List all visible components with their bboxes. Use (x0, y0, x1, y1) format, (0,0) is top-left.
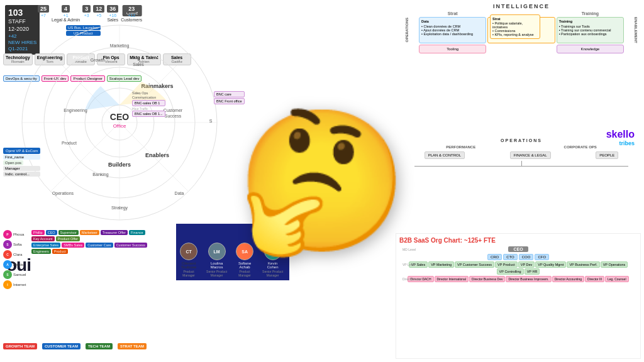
knowledge-cell: Knowledge (557, 45, 624, 53)
ops-title: OPERATIONS (402, 138, 641, 143)
org-chart-svg: CEO Office Rainmakers Builders Enablers … (3, 19, 236, 226)
tech-team-label: TECH TEAM (86, 343, 113, 349)
corporate-ops-label: CORPORATE OPS (564, 145, 597, 149)
vp-biz-node: VP Business Perf. (567, 261, 599, 268)
dir-improv-node: Director Business Improvem. (506, 276, 551, 282)
opmt-vp-box: Opmt VP & ExCom First_name Open pos Mana… (3, 148, 40, 177)
pm-avatar-kevin: KC (264, 243, 282, 260)
vp-marketing-node: VP Marketing (428, 261, 454, 268)
bnc-right-rows: BNC care BNC Front office (214, 91, 245, 105)
pm-clement: CT ClémentToulouse Product Manager (179, 243, 198, 277)
pm-loulina: LM LoulinaMacros Senior Product Manager (203, 243, 230, 277)
avatar-row-3: C Clara (3, 250, 26, 259)
svg-text:Operations: Operations (52, 191, 74, 196)
connector-v-1 (521, 161, 522, 166)
avatar-samuel: S (3, 270, 12, 279)
ceo-circle-chart: CEO Office Rainmakers Builders Enablers … (3, 19, 236, 226)
vp-level-label: VP Level (402, 263, 415, 266)
svg-text:Growth: Growth (91, 58, 105, 62)
pm-section: CT ClémentToulouse Product Manager LM Lo… (176, 224, 289, 362)
cto-node: CTO (503, 254, 518, 260)
dir-accounting-node: Director Accounting (552, 276, 584, 282)
pm-dark-bg: CT ClémentToulouse Product Manager LM Lo… (176, 224, 289, 280)
vp-customer-node: VP Customer Success (455, 261, 494, 268)
svg-text:Banking: Banking (92, 172, 108, 177)
vp-ops-node: VP Operations (601, 261, 628, 268)
avatar-label-phoua: Phoua (13, 233, 24, 236)
svg-text:Strategy: Strategy (111, 206, 128, 211)
role-nodes: Phillip CEO Supervisor Marketeer Treasur… (31, 230, 157, 254)
director-level-label: Director Level (402, 277, 422, 281)
b2b-title: B2B SaaS Org Chart: ~125+ FTE (399, 237, 637, 244)
avatar-label-sofia: Sofia (13, 243, 22, 246)
staff-count: 103 (8, 7, 36, 18)
hnode-3: 3 +3 (82, 5, 91, 18)
avatar-sofia: S (3, 240, 12, 249)
svg-text:Success: Success (165, 114, 182, 118)
svg-text:Engineering: Engineering (64, 108, 87, 113)
pm-avatar-sofiane: SA (236, 243, 253, 260)
strat-header: Strat (419, 11, 486, 16)
avatar-clara: C (3, 250, 12, 259)
pm-name-kevin: KevinCohen (259, 261, 286, 269)
coo-node: COO (519, 254, 534, 260)
pm-name-sofiane: SofianeAchab (235, 261, 254, 269)
vp-quality-node: VP Quality Mgmt (535, 261, 566, 268)
leg-counsel-node: Leg. Counsel (605, 276, 628, 282)
plan-control-node: PLAN & CONTROL (425, 151, 465, 159)
avatar-row-2: S Sofia (3, 240, 26, 249)
vp-dev-node: VP Dev (518, 261, 535, 268)
strat-team-label: STRAT TEAM (118, 343, 147, 349)
pm-role-loulina: Senior Product Manager (203, 270, 230, 277)
svg-text:Marketing: Marketing (110, 43, 130, 48)
dir-biz-node: Director Business Dev (469, 276, 505, 282)
svg-text:S: S (209, 119, 213, 123)
avatar-internet: I (3, 280, 12, 289)
b2b-org-chart: B2B SaaS Org Chart: ~125+ FTE MD Level C… (396, 233, 641, 359)
pm-kevin: KC KevinCohen Senior Product Manager (259, 243, 286, 277)
avatar-label-internet: Internet (13, 283, 26, 287)
right-chart-area: INTELLIGENCE Strat Training OPERATIONS D… (380, 0, 644, 362)
pm-avatar-clement: CT (180, 243, 197, 260)
intelligence-title: INTELLIGENCE (402, 3, 641, 9)
people-node: PEOPLE (596, 151, 618, 159)
pm-photos-row: CT ClémentToulouse Product Manager LM Lo… (179, 243, 286, 277)
tooling-cell: Tooling (419, 45, 486, 53)
md-level-label: MD Level (402, 248, 416, 251)
pm-role-clement: Product Manager (179, 270, 198, 277)
strat-box: Strat • Politique salariale, incitatives… (490, 14, 540, 39)
operations-label: OPERATIONS (405, 18, 418, 42)
pm-role-kevin: Senior Product Manager (259, 270, 286, 277)
pm-avatar-loulina: LM (208, 243, 226, 260)
operations-tree: OPERATIONS PERFORMANCE CORPORATE OPS PLA… (402, 138, 641, 167)
hnode-1: 25 +7 (38, 5, 49, 18)
svg-text:Office: Office (113, 123, 126, 129)
vp-controlling-node: VP Controlling (497, 268, 524, 275)
vp-hr-node: VP HR (525, 268, 540, 275)
finance-legal-node: FINANCE & LEGAL (510, 151, 551, 159)
svg-text:Product: Product (62, 141, 77, 145)
enablement-label: ENABLEMENT (625, 17, 638, 43)
svg-text:Enablers: Enablers (145, 152, 169, 158)
customer-team-label: CUSTOMER TEAM (42, 343, 80, 349)
avatar-row-4: A Alexis (3, 260, 26, 269)
pm-name-loulina: LoulinaMacros (203, 261, 230, 269)
team-labels: GROWTH TEAM CUSTOMER TEAM TECH TEAM STRA… (3, 343, 147, 349)
vp-product-node: VP Product (495, 261, 518, 268)
avatar-row-6: I Internet (3, 280, 26, 289)
avatar-row-5: S Samuel (3, 270, 26, 279)
cro-node: CRO (487, 254, 502, 260)
svg-text:CEO: CEO (110, 112, 129, 122)
avatar-phoua: P (3, 230, 12, 239)
dir-3-node: Director III (585, 276, 604, 282)
connector-h-1 (414, 166, 628, 167)
avatar-label-clara: Clara (13, 253, 22, 256)
training-cell: Training • Trainings sur Tools • Trainin… (557, 17, 624, 43)
avatar-label-samuel: Samuel (13, 273, 26, 277)
b2b-ceo-node: CEO (508, 246, 528, 252)
avatar-row-1: P Phoua (3, 230, 26, 239)
hnode-4: 12 +5 (93, 5, 104, 18)
avatar-alexis: A (3, 260, 12, 269)
pm-role-sofiane: Product Manager (235, 270, 254, 277)
pm-sofiane: SA SofianeAchab Product Manager (235, 243, 254, 277)
